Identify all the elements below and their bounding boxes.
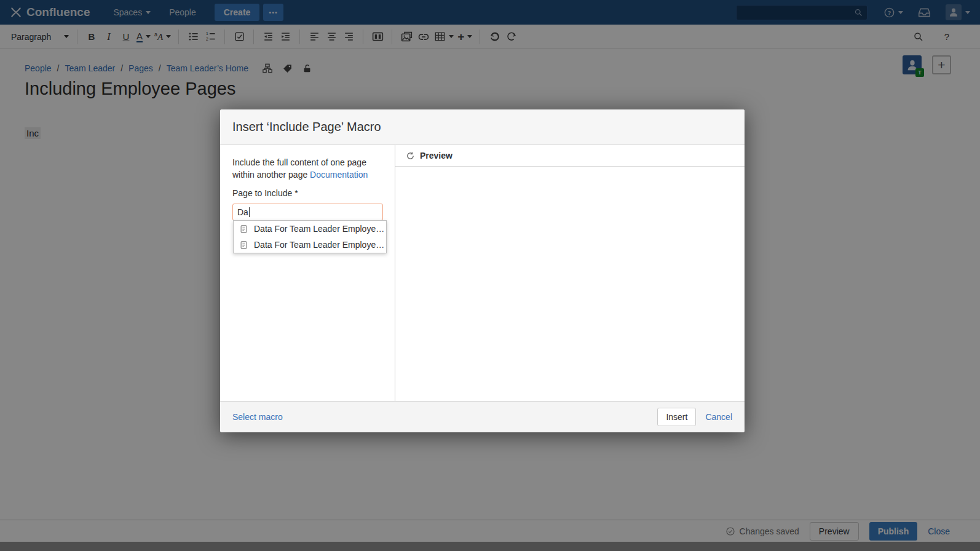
select-macro-link[interactable]: Select macro: [232, 412, 283, 422]
page-icon: [239, 224, 248, 234]
text-cursor: [249, 207, 250, 217]
suggestion-item[interactable]: Data For Team Leader Employe…: [234, 221, 386, 237]
dialog-title: Insert ‘Include Page’ Macro: [232, 120, 381, 134]
dialog-header: Insert ‘Include Page’ Macro: [220, 109, 745, 145]
preview-header: Preview: [395, 145, 745, 167]
refresh-icon[interactable]: [406, 151, 415, 161]
dialog-footer: Select macro Insert Cancel: [220, 401, 745, 432]
page-to-include-input[interactable]: Da: [232, 204, 383, 221]
dialog-body: Include the full content of one page wit…: [220, 145, 745, 401]
page-suggestions-dropdown: Data For Team Leader Employe… Data For T…: [233, 220, 387, 253]
preview-title: Preview: [420, 151, 452, 161]
macro-parameters-panel: Include the full content of one page wit…: [220, 145, 395, 401]
macro-preview-panel: Preview: [395, 145, 745, 401]
insert-button[interactable]: Insert: [657, 408, 696, 426]
page-to-include-label: Page to Include *: [232, 188, 382, 198]
insert-include-page-macro-dialog: Insert ‘Include Page’ Macro Include the …: [220, 109, 745, 432]
page-icon: [239, 240, 248, 250]
documentation-link[interactable]: Documentation: [310, 170, 368, 180]
cancel-link[interactable]: Cancel: [705, 412, 732, 422]
suggestion-item[interactable]: Data For Team Leader Employe…: [234, 237, 386, 253]
macro-description: Include the full content of one page wit…: [232, 157, 375, 181]
preview-body: [395, 167, 745, 401]
